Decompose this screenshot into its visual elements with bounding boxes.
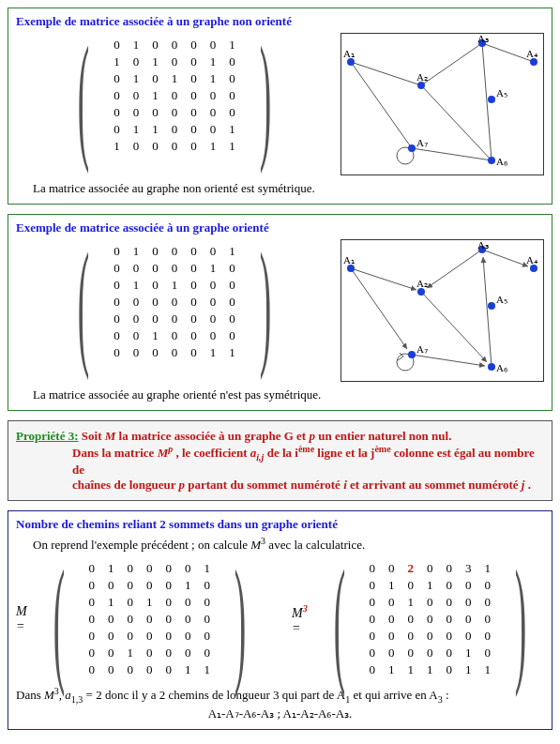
svg-line-3 — [421, 85, 492, 160]
svg-line-2 — [421, 43, 482, 85]
graph-directed-svg: A₁A₂ A₃A₄ A₅A₆ A₇ — [341, 240, 543, 381]
svg-point-14 — [408, 144, 416, 152]
svg-point-31 — [417, 288, 425, 296]
graph-directed: A₁A₂ A₃A₄ A₅A₆ A₇ — [341, 239, 544, 382]
svg-text:A₅: A₅ — [496, 294, 507, 305]
svg-text:A₆: A₆ — [496, 362, 508, 373]
conclusion: Dans M3, a1,3 = 2 donc il y a 2 chemins … — [16, 686, 544, 705]
svg-line-24 — [427, 250, 482, 288]
svg-line-1 — [351, 62, 412, 148]
section-title-2: Exemple de matrice associée à un graphe … — [16, 220, 544, 235]
svg-line-25 — [421, 292, 487, 362]
graph-undirected-svg: A₁A₂ A₃A₄ A₅A₆ A₇ — [341, 34, 543, 175]
svg-point-33 — [530, 265, 537, 272]
svg-text:A₇: A₇ — [416, 137, 428, 148]
svg-text:A₂: A₂ — [416, 71, 428, 83]
svg-line-27 — [483, 257, 492, 367]
caption-1: La matrice associée au graphe non orient… — [33, 181, 544, 196]
matrix-2-wrap: (010000100000100101000000000000000000010… — [16, 239, 333, 361]
svg-text:A₄: A₄ — [526, 48, 538, 59]
svg-point-12 — [488, 96, 495, 103]
intro-line: On reprend l'exemple précédent ; on calc… — [33, 536, 544, 553]
svg-text:A₆: A₆ — [496, 156, 508, 167]
svg-line-0 — [351, 62, 421, 85]
svg-point-30 — [347, 265, 355, 272]
section-title: Exemple de matrice associée à un graphe … — [16, 14, 544, 29]
matrix-M3: (002003101010000010000000000000000000000… — [316, 560, 544, 678]
svg-point-9 — [417, 82, 425, 89]
svg-text:A₂: A₂ — [416, 278, 428, 289]
svg-line-22 — [351, 268, 416, 290]
svg-text:A₄: A₄ — [526, 254, 538, 266]
svg-line-28 — [412, 355, 485, 366]
svg-line-26 — [482, 250, 528, 266]
matrix-M: (010000100000100101000000000000000000010… — [36, 560, 264, 678]
svg-point-8 — [347, 58, 355, 66]
svg-point-11 — [530, 58, 537, 66]
svg-point-36 — [408, 351, 416, 358]
svg-point-13 — [488, 157, 495, 164]
matrix-M3-label: M3 = — [292, 603, 316, 636]
section-title-3: Nombre de chemins reliant 2 sommets dans… — [16, 517, 544, 532]
section-undirected: Exemple de matrice associée à un graphe … — [8, 8, 552, 205]
svg-point-34 — [488, 302, 495, 310]
svg-text:A₅: A₅ — [496, 87, 507, 99]
caption-2: La matrice associée au graphe orienté n'… — [33, 387, 544, 402]
matrix-1: (010000110100100101010001000000000000110… — [60, 37, 288, 155]
svg-line-23 — [351, 268, 407, 349]
section-paths: Nombre de chemins reliant 2 sommets dans… — [8, 510, 552, 730]
svg-text:A₃: A₃ — [477, 34, 489, 44]
graph-undirected: A₁A₂ A₃A₄ A₅A₆ A₇ — [341, 33, 544, 175]
svg-point-35 — [488, 363, 495, 371]
svg-text:A₃: A₃ — [477, 240, 489, 251]
svg-text:A₁: A₁ — [343, 254, 355, 266]
property-box: Propriété 3: Soit M la matrice associée … — [8, 420, 552, 501]
paths-list: A₁-A₇-A₆-A₃ ; A₁-A₂-A₆-A₃. — [16, 706, 544, 721]
svg-line-6 — [412, 148, 492, 160]
section-directed: Exemple de matrice associée à un graphe … — [8, 214, 552, 411]
svg-text:A₇: A₇ — [416, 343, 428, 355]
matrix-1-wrap: (010000110100100101010001000000000000110… — [16, 33, 333, 155]
matrix-M-label: M = — [16, 604, 36, 634]
property-label: Propriété 3: — [16, 429, 79, 443]
matrix-2: (010000100000100101000000000000000000010… — [60, 243, 288, 361]
svg-text:A₁: A₁ — [343, 48, 355, 59]
